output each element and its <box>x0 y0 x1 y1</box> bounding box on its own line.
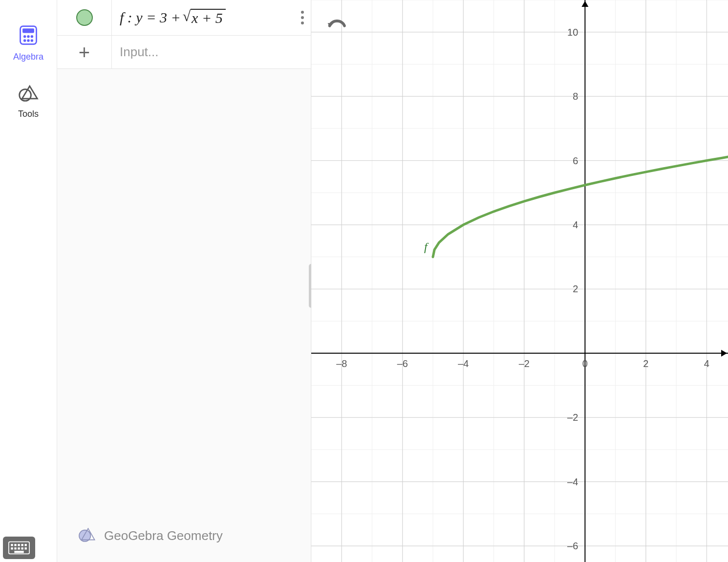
svg-text:2: 2 <box>573 283 578 294</box>
algebra-panel: f : y = 3 + √ x + 5 + GeoG <box>57 0 311 562</box>
svg-text:4: 4 <box>704 358 709 369</box>
sidebar-item-tools[interactable]: Tools <box>18 82 39 119</box>
shapes-icon <box>18 82 39 105</box>
svg-point-4 <box>31 35 33 38</box>
expression-row[interactable]: f : y = 3 + √ x + 5 <box>57 0 311 36</box>
sqrt-icon: √ <box>183 9 191 23</box>
graph-canvas[interactable]: –8–6–4–2024–6–4–2246810f <box>311 0 728 562</box>
expression-sqrt-arg: x + 5 <box>191 9 226 26</box>
undo-button[interactable] <box>325 14 348 35</box>
expression-input[interactable] <box>120 44 303 60</box>
svg-text:4: 4 <box>573 219 578 230</box>
left-sidebar: Algebra Tools <box>0 0 57 562</box>
svg-rect-87 <box>14 551 23 553</box>
svg-point-2 <box>23 35 26 38</box>
svg-text:–4: –4 <box>458 358 469 369</box>
virtual-keyboard-button[interactable] <box>3 537 35 559</box>
add-expression-button[interactable]: + <box>57 36 112 68</box>
input-row[interactable]: + <box>57 36 311 69</box>
svg-point-6 <box>27 39 30 42</box>
calculator-icon <box>18 24 39 48</box>
svg-text:–6: –6 <box>567 540 578 551</box>
expression-prefix: f : y = 3 + <box>120 9 181 26</box>
svg-rect-85 <box>21 547 23 549</box>
svg-rect-84 <box>18 547 20 549</box>
sidebar-tools-label: Tools <box>18 109 39 119</box>
svg-text:f: f <box>424 240 429 253</box>
sidebar-algebra-label: Algebra <box>13 52 43 62</box>
visibility-dot-icon <box>76 9 93 26</box>
svg-text:–6: –6 <box>397 358 408 369</box>
expression-visibility-toggle[interactable] <box>57 0 112 35</box>
svg-rect-79 <box>18 544 20 546</box>
plus-icon: + <box>79 43 90 62</box>
algebra-footer: GeoGebra Geometry <box>57 510 311 562</box>
svg-text:8: 8 <box>573 91 578 102</box>
svg-rect-82 <box>11 547 13 549</box>
sidebar-item-algebra[interactable]: Algebra <box>13 24 43 62</box>
svg-text:2: 2 <box>643 358 648 369</box>
svg-rect-77 <box>11 544 13 546</box>
footer-brand: GeoGebra Geometry <box>104 528 223 543</box>
svg-text:–2: –2 <box>519 358 530 369</box>
svg-point-7 <box>31 39 33 42</box>
expression-menu-button[interactable] <box>301 11 304 24</box>
graph-panel[interactable]: –8–6–4–2024–6–4–2246810f <box>311 0 728 562</box>
expression-content[interactable]: f : y = 3 + √ x + 5 <box>112 0 311 35</box>
svg-text:–8: –8 <box>336 358 347 369</box>
svg-text:0: 0 <box>582 358 588 369</box>
svg-rect-81 <box>24 544 26 546</box>
svg-rect-1 <box>22 28 34 33</box>
svg-rect-80 <box>21 544 23 546</box>
keyboard-icon <box>8 541 30 555</box>
svg-point-5 <box>23 39 26 42</box>
svg-text:–2: –2 <box>567 412 578 423</box>
svg-rect-78 <box>14 544 16 546</box>
svg-text:–4: –4 <box>567 476 578 487</box>
svg-text:6: 6 <box>573 155 578 166</box>
app-root: Algebra Tools f : y = 3 + √ x + 5 <box>0 0 728 562</box>
svg-rect-86 <box>24 547 26 549</box>
svg-rect-83 <box>14 547 16 549</box>
geogebra-logo-icon <box>77 524 96 547</box>
svg-text:10: 10 <box>567 27 578 38</box>
undo-icon <box>325 14 348 33</box>
svg-point-3 <box>27 35 30 38</box>
